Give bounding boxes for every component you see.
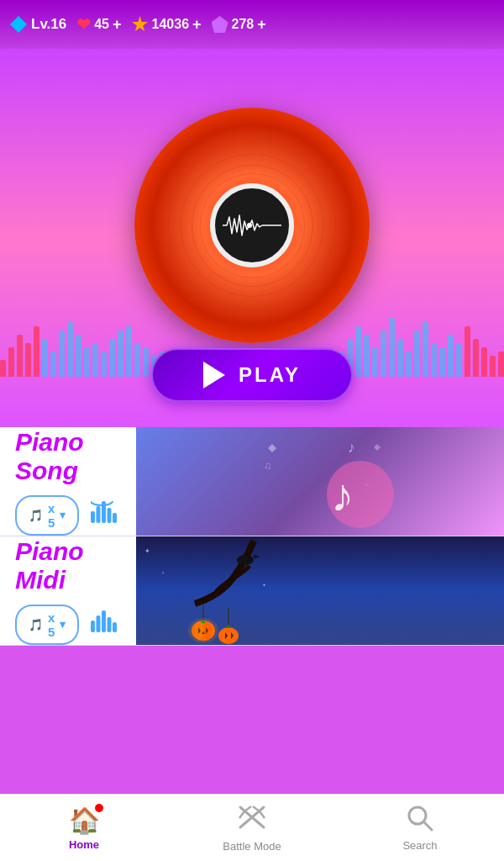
piano-midi-info: Piano Midi 🎵 x 5 ▾ [0, 536, 136, 645]
svg-text:♪: ♪ [331, 469, 354, 521]
level-badge: Lv.16 [10, 16, 66, 33]
piano-song-ticket-count: x 5 [48, 501, 55, 530]
eq-bars-right [339, 318, 504, 377]
svg-point-30 [218, 627, 239, 644]
coins-count: 14036 [152, 17, 190, 32]
svg-rect-14 [91, 621, 95, 632]
svg-rect-15 [97, 615, 101, 632]
home-icon: 🏠 [69, 806, 100, 835]
nav-home[interactable]: 🏠 Home [1, 806, 167, 851]
gems-plus[interactable]: + [257, 16, 266, 34]
hearts-stat[interactable]: ❤ 45 + [76, 14, 121, 34]
svg-rect-17 [108, 617, 112, 632]
piano-song-info: Piano Song 🎵 x 5 ▾ [0, 427, 136, 536]
play-triangle-icon [203, 362, 225, 388]
play-button[interactable]: PLAY [151, 348, 353, 402]
piano-song-actions: 🎵 x 5 ▾ [15, 495, 121, 536]
svg-marker-12 [268, 444, 276, 452]
svg-marker-31 [226, 625, 231, 628]
piano-midi-title: Piano Midi [15, 537, 121, 594]
piano-song-card[interactable]: Piano Song 🎵 x 5 ▾ [0, 427, 504, 536]
piano-midi-thumbnail: ✦ ✦ ✦ [136, 536, 504, 645]
svg-text:✦: ✦ [262, 583, 266, 588]
gems-stat[interactable]: 278 + [212, 16, 266, 34]
chevron-down-icon: ▾ [60, 509, 66, 521]
coins-plus[interactable]: + [192, 16, 202, 34]
vinyl-record [134, 108, 370, 343]
cards-area: Piano Song 🎵 x 5 ▾ [0, 427, 504, 646]
piano-midi-card[interactable]: Piano Midi 🎵 x 5 ▾ [0, 536, 504, 646]
svg-rect-4 [108, 508, 112, 523]
svg-rect-5 [113, 513, 117, 523]
nav-search-label: Search [402, 839, 437, 852]
svg-text:✦: ✦ [161, 570, 165, 575]
svg-line-42 [260, 811, 265, 818]
svg-rect-1 [91, 511, 95, 523]
svg-text:♪: ♪ [348, 439, 355, 456]
hearts-count: 45 [94, 17, 109, 32]
battle-icon [237, 804, 267, 837]
piano-song-ticket-btn[interactable]: 🎵 x 5 ▾ [15, 495, 79, 536]
svg-rect-16 [102, 610, 106, 632]
svg-point-19 [237, 555, 254, 565]
piano-song-title: Piano Song [15, 428, 121, 485]
svg-marker-13 [374, 444, 381, 451]
chevron-down-icon-2: ▾ [60, 618, 66, 631]
nav-search[interactable]: Search [337, 804, 503, 852]
svg-point-0 [247, 223, 252, 228]
svg-line-45 [423, 821, 432, 830]
piano-midi-chart-icon[interactable] [91, 610, 121, 638]
piano-midi-ticket-count: x 5 [48, 610, 55, 639]
piano-song-chart-icon[interactable] [91, 501, 121, 529]
svg-text:♫: ♫ [264, 460, 271, 472]
eq-bars-left [0, 322, 165, 377]
bottom-nav: 🏠 Home Battle Mode Search [0, 794, 504, 861]
svg-rect-2 [97, 506, 101, 523]
nav-battle-label: Battle Mode [223, 840, 281, 853]
svg-line-43 [253, 806, 260, 811]
heart-icon: ❤ [76, 14, 91, 34]
play-label: PLAY [239, 363, 301, 387]
svg-rect-18 [113, 622, 117, 632]
piano-midi-ticket-btn[interactable]: 🎵 x 5 ▾ [15, 605, 79, 645]
music-note-icon-2: 🎵 [29, 618, 43, 631]
piano-midi-actions: 🎵 x 5 ▾ [15, 605, 121, 645]
svg-text:✦: ✦ [144, 547, 150, 555]
waveform-icon [223, 209, 281, 242]
top-bar: Lv.16 ❤ 45 + 14036 + 278 + [0, 0, 504, 49]
svg-line-41 [239, 811, 244, 818]
coin-icon [132, 16, 149, 33]
piano-song-thumbnail: ♪ ♫ ♩ ♪ [136, 427, 504, 536]
svg-marker-20 [254, 555, 260, 558]
search-icon [406, 804, 434, 836]
nav-home-label: Home [69, 838, 99, 851]
svg-point-34 [188, 618, 218, 643]
vinyl-center [210, 183, 294, 267]
diamond-blue-icon [10, 16, 27, 33]
music-note-icon: 🎵 [29, 509, 43, 522]
hearts-plus[interactable]: + [113, 16, 122, 34]
nav-battle[interactable]: Battle Mode [169, 804, 335, 853]
gems-count: 278 [232, 17, 255, 32]
level-label: Lv.16 [31, 16, 66, 33]
coins-stat[interactable]: 14036 + [132, 16, 202, 34]
music-area: PLAY [0, 49, 504, 427]
svg-line-40 [244, 806, 251, 811]
home-notification-dot [95, 804, 103, 812]
gem-icon [212, 16, 228, 33]
